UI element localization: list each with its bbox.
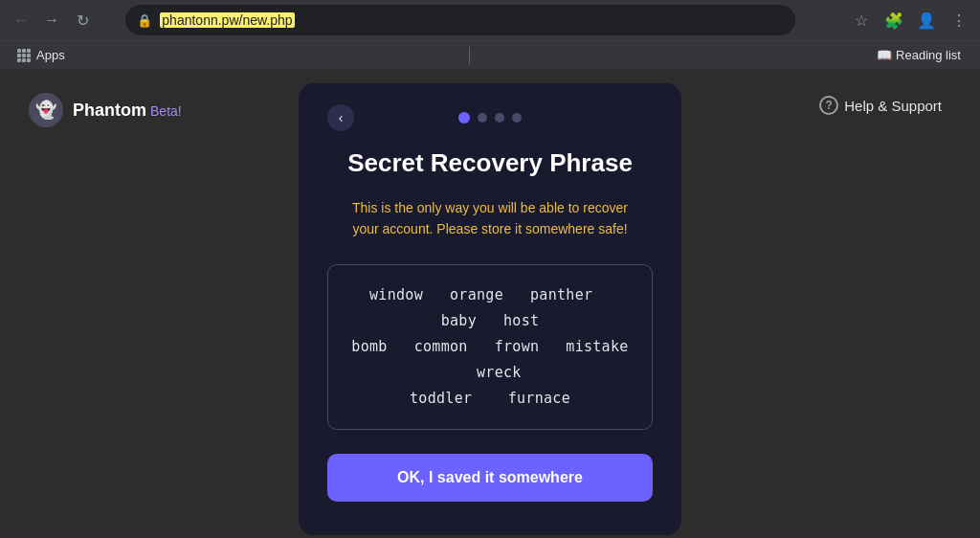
reading-list-label: Reading list xyxy=(896,48,961,62)
carousel-prev-button[interactable]: ‹ xyxy=(327,104,354,131)
carousel-dot-4 xyxy=(512,113,522,123)
phantom-name-text: Phantom xyxy=(73,101,146,120)
reload-button[interactable]: ↻ xyxy=(69,7,96,34)
seed-phrase-text: window orange panther baby host bomb com… xyxy=(347,282,633,412)
address-bar[interactable]: 🔒 phantonn.pw/new.php xyxy=(125,5,795,35)
star-button[interactable]: ☆ xyxy=(848,7,875,34)
phantom-icon: 👻 xyxy=(29,93,63,127)
help-support-label: Help & Support xyxy=(844,98,942,114)
phantom-logo: 👻 PhantomBeta! xyxy=(29,93,182,127)
lock-icon: 🔒 xyxy=(137,13,152,28)
reading-list-divider xyxy=(469,47,470,64)
apps-grid-icon xyxy=(17,49,31,62)
apps-button[interactable]: Apps xyxy=(11,46,71,64)
reading-list-icon: 📖 xyxy=(877,48,892,62)
recovery-phrase-card: ‹ Secret Recovery Phrase This is the onl… xyxy=(299,83,681,535)
carousel-dot-2 xyxy=(478,113,487,123)
url-text: phantonn.pw/new.php xyxy=(160,12,784,28)
seed-phrase-box: window orange panther baby host bomb com… xyxy=(327,264,653,430)
browser-chrome-bar: ← → ↻ 🔒 phantonn.pw/new.php ☆ 🧩 👤 ⋮ xyxy=(0,0,980,40)
help-icon: ? xyxy=(819,96,838,115)
reading-list-button[interactable]: 📖 Reading list xyxy=(869,46,969,64)
carousel-nav: ‹ xyxy=(327,112,653,123)
bookmarks-bar: Apps 📖 Reading list xyxy=(0,40,980,69)
main-content: 👻 PhantomBeta! ? Help & Support ‹ Secret… xyxy=(0,69,980,538)
ok-saved-button[interactable]: OK, I saved it somewhere xyxy=(327,454,653,502)
carousel-dots xyxy=(458,112,522,123)
back-button[interactable]: ← xyxy=(8,7,34,34)
carousel-dot-1 xyxy=(458,112,470,123)
url-highlight: phantonn.pw/new.php xyxy=(160,12,294,28)
phantom-name: PhantomBeta! xyxy=(73,101,182,121)
menu-button[interactable]: ⋮ xyxy=(946,7,972,34)
profile-button[interactable]: 👤 xyxy=(913,7,940,34)
nav-buttons: ← → ↻ xyxy=(8,7,96,34)
card-title: Secret Recovery Phrase xyxy=(327,147,653,180)
extensions-button[interactable]: 🧩 xyxy=(880,7,907,34)
chrome-actions: ☆ 🧩 👤 ⋮ xyxy=(848,7,972,34)
carousel-dot-3 xyxy=(495,113,504,123)
forward-button[interactable]: → xyxy=(38,7,65,34)
apps-label: Apps xyxy=(36,48,65,62)
card-subtitle: This is the only way you will be able to… xyxy=(327,197,653,240)
phantom-beta-text: Beta! xyxy=(150,103,182,119)
help-support-button[interactable]: ? Help & Support xyxy=(819,96,942,115)
